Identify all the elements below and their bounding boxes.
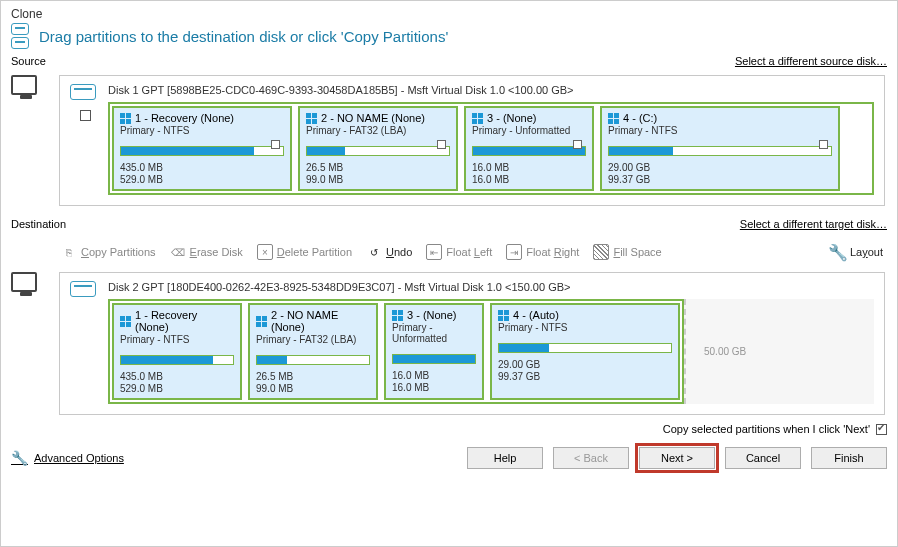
total-size: 99.0 MB (256, 383, 293, 395)
copy-on-next-label: Copy selected partitions when I click 'N… (663, 423, 870, 435)
partition-fs: Primary - NTFS (120, 334, 234, 345)
partition-title: 3 - (None) (487, 112, 537, 124)
partition-title: 2 - NO NAME (None) (321, 112, 425, 124)
partition-title: 1 - Recovery (None) (135, 112, 234, 124)
copy-partitions-button[interactable]: ⎘Copy Partitions (61, 244, 156, 260)
float-right-icon: ⇥ (506, 244, 522, 260)
float-left-button[interactable]: ⇤Float Left (426, 244, 492, 260)
float-right-button[interactable]: ⇥Float Right (506, 244, 579, 260)
usage-bar (120, 355, 234, 365)
help-button[interactable]: Help (467, 447, 543, 469)
partition[interactable]: 4 - (Auto)Primary - NTFS29.00 GB99.37 GB (490, 303, 680, 400)
total-size: 16.0 MB (472, 174, 509, 186)
resize-handle-icon[interactable] (573, 140, 582, 149)
source-disk-header: Disk 1 GPT [5898BE25-CDC0-469C-9393-3045… (108, 84, 874, 96)
partition-title: 4 - (C:) (623, 112, 657, 124)
partition-title: 2 - NO NAME (None) (271, 309, 370, 333)
copy-on-next-checkbox[interactable] (876, 424, 887, 435)
windows-icon (306, 113, 317, 124)
page-title: Clone (11, 7, 887, 21)
partition[interactable]: 4 - (C:)Primary - NTFS29.00 GB99.37 GB (600, 106, 840, 191)
partition[interactable]: 2 - NO NAME (None)Primary - FAT32 (LBA)2… (248, 303, 378, 400)
delete-icon: × (257, 244, 273, 260)
partition-fs: Primary - FAT32 (LBA) (256, 334, 370, 345)
next-button[interactable]: Next > (639, 447, 715, 469)
wrench-icon: 🔧 (830, 244, 846, 260)
destination-disk-panel: Disk 2 GPT [180DE400-0262-42E3-8925-5348… (59, 272, 885, 415)
partition[interactable]: 2 - NO NAME (None)Primary - FAT32 (LBA)2… (298, 106, 458, 191)
total-size: 16.0 MB (392, 382, 429, 394)
windows-icon (472, 113, 483, 124)
windows-icon (392, 310, 403, 321)
disk-icon (70, 84, 96, 100)
fill-icon (593, 244, 609, 260)
delete-partition-button[interactable]: ×Delete Partition (257, 244, 352, 260)
usage-bar (472, 146, 586, 156)
windows-icon (608, 113, 619, 124)
copy-icon: ⎘ (61, 244, 77, 260)
finish-button[interactable]: Finish (811, 447, 887, 469)
back-button: < Back (553, 447, 629, 469)
windows-icon (256, 316, 267, 327)
undo-icon: ↺ (366, 244, 382, 260)
undo-button[interactable]: ↺Undo (366, 244, 412, 260)
partition-fs: Primary - NTFS (608, 125, 832, 136)
usage-bar (120, 146, 284, 156)
source-disk-checkbox[interactable] (80, 110, 91, 121)
wrench-icon: 🔧 (11, 450, 28, 466)
select-target-link[interactable]: Select a different target disk… (740, 218, 887, 230)
partition-title: 4 - (Auto) (513, 309, 559, 321)
usage-bar (306, 146, 450, 156)
partition[interactable]: 1 - Recovery (None)Primary - NTFS435.0 M… (112, 106, 292, 191)
used-size: 435.0 MB (120, 371, 163, 383)
windows-icon (498, 310, 509, 321)
total-size: 529.0 MB (120, 174, 163, 186)
cancel-button[interactable]: Cancel (725, 447, 801, 469)
source-disk-panel: Disk 1 GPT [5898BE25-CDC0-469C-9393-3045… (59, 75, 885, 206)
resize-handle-icon[interactable] (437, 140, 446, 149)
disk-icon (70, 281, 96, 297)
used-size: 29.00 GB (608, 162, 650, 174)
float-left-icon: ⇤ (426, 244, 442, 260)
erase-disk-button[interactable]: ⌫Erase Disk (170, 244, 243, 260)
partition-title: 3 - (None) (407, 309, 457, 321)
usage-bar (392, 354, 476, 364)
resize-handle-icon[interactable] (271, 140, 280, 149)
banner-text: Drag partitions to the destination disk … (39, 28, 448, 45)
drive-stack-icon (11, 23, 33, 49)
total-size: 529.0 MB (120, 383, 163, 395)
free-space[interactable]: 50.00 GB (684, 299, 874, 404)
fill-space-button[interactable]: Fill Space (593, 244, 661, 260)
windows-icon (120, 316, 131, 327)
select-source-link[interactable]: Select a different source disk… (735, 55, 887, 67)
total-size: 99.37 GB (498, 371, 540, 383)
partition[interactable]: 1 - Recovery (None)Primary - NTFS435.0 M… (112, 303, 242, 400)
used-size: 26.5 MB (256, 371, 293, 383)
partition-fs: Primary - NTFS (120, 125, 284, 136)
usage-bar (256, 355, 370, 365)
used-size: 16.0 MB (392, 370, 429, 382)
destination-disk-header: Disk 2 GPT [180DE400-0262-42E3-8925-5348… (108, 281, 874, 293)
toolbar: ⎘Copy Partitions ⌫Erase Disk ×Delete Par… (59, 238, 885, 266)
layout-button[interactable]: 🔧Layout (830, 244, 883, 260)
used-size: 29.00 GB (498, 359, 540, 371)
windows-icon (120, 113, 131, 124)
resize-handle-icon[interactable] (819, 140, 828, 149)
partition-title: 1 - Recovery (None) (135, 309, 234, 333)
used-size: 16.0 MB (472, 162, 509, 174)
used-size: 26.5 MB (306, 162, 343, 174)
partition[interactable]: 3 - (None)Primary - Unformatted16.0 MB16… (464, 106, 594, 191)
used-size: 435.0 MB (120, 162, 163, 174)
total-size: 99.0 MB (306, 174, 343, 186)
source-label: Source (11, 55, 46, 67)
monitor-icon (11, 272, 37, 292)
destination-label: Destination (11, 218, 66, 230)
partition[interactable]: 3 - (None)Primary - Unformatted16.0 MB16… (384, 303, 484, 400)
partition-fs: Primary - Unformatted (472, 125, 586, 136)
total-size: 99.37 GB (608, 174, 650, 186)
partition-fs: Primary - Unformatted (392, 322, 476, 344)
usage-bar (608, 146, 832, 156)
partition-fs: Primary - NTFS (498, 322, 672, 333)
advanced-options-link[interactable]: 🔧 Advanced Options (11, 450, 124, 466)
erase-icon: ⌫ (170, 244, 186, 260)
